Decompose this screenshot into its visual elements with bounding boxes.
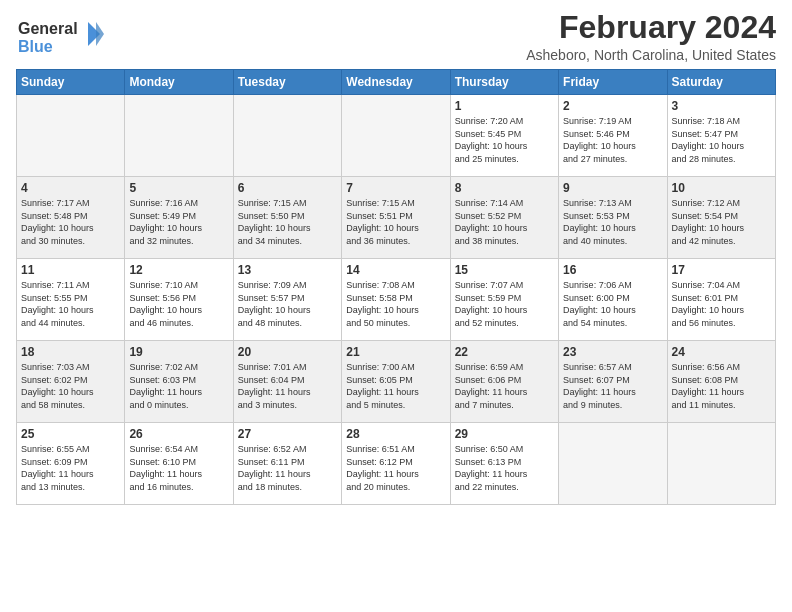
table-row: 18Sunrise: 7:03 AMSunset: 6:02 PMDayligh… <box>17 341 125 423</box>
calendar-week-row: 11Sunrise: 7:11 AMSunset: 5:55 PMDayligh… <box>17 259 776 341</box>
day-number: 1 <box>455 99 554 113</box>
table-row: 19Sunrise: 7:02 AMSunset: 6:03 PMDayligh… <box>125 341 233 423</box>
table-row <box>17 95 125 177</box>
day-info: Sunrise: 7:19 AMSunset: 5:46 PMDaylight:… <box>563 115 662 165</box>
table-row: 15Sunrise: 7:07 AMSunset: 5:59 PMDayligh… <box>450 259 558 341</box>
day-number: 26 <box>129 427 228 441</box>
day-info: Sunrise: 6:56 AMSunset: 6:08 PMDaylight:… <box>672 361 771 411</box>
day-info: Sunrise: 7:01 AMSunset: 6:04 PMDaylight:… <box>238 361 337 411</box>
day-number: 8 <box>455 181 554 195</box>
day-info: Sunrise: 6:50 AMSunset: 6:13 PMDaylight:… <box>455 443 554 493</box>
table-row: 16Sunrise: 7:06 AMSunset: 6:00 PMDayligh… <box>559 259 667 341</box>
logo: General Blue <box>16 14 106 60</box>
day-number: 6 <box>238 181 337 195</box>
day-number: 11 <box>21 263 120 277</box>
logo-text: General Blue <box>16 14 106 60</box>
day-number: 21 <box>346 345 445 359</box>
header: General Blue February 2024 Asheboro, Nor… <box>16 10 776 63</box>
calendar-header-row: Sunday Monday Tuesday Wednesday Thursday… <box>17 70 776 95</box>
calendar-table: Sunday Monday Tuesday Wednesday Thursday… <box>16 69 776 505</box>
svg-text:Blue: Blue <box>18 38 53 55</box>
day-number: 15 <box>455 263 554 277</box>
table-row: 13Sunrise: 7:09 AMSunset: 5:57 PMDayligh… <box>233 259 341 341</box>
col-tuesday: Tuesday <box>233 70 341 95</box>
day-number: 14 <box>346 263 445 277</box>
table-row: 3Sunrise: 7:18 AMSunset: 5:47 PMDaylight… <box>667 95 775 177</box>
day-info: Sunrise: 7:07 AMSunset: 5:59 PMDaylight:… <box>455 279 554 329</box>
col-friday: Friday <box>559 70 667 95</box>
table-row: 20Sunrise: 7:01 AMSunset: 6:04 PMDayligh… <box>233 341 341 423</box>
day-number: 3 <box>672 99 771 113</box>
table-row: 9Sunrise: 7:13 AMSunset: 5:53 PMDaylight… <box>559 177 667 259</box>
day-info: Sunrise: 7:11 AMSunset: 5:55 PMDaylight:… <box>21 279 120 329</box>
table-row <box>233 95 341 177</box>
day-number: 22 <box>455 345 554 359</box>
day-info: Sunrise: 7:14 AMSunset: 5:52 PMDaylight:… <box>455 197 554 247</box>
day-number: 4 <box>21 181 120 195</box>
page: General Blue February 2024 Asheboro, Nor… <box>0 0 792 612</box>
calendar-week-row: 4Sunrise: 7:17 AMSunset: 5:48 PMDaylight… <box>17 177 776 259</box>
day-info: Sunrise: 6:51 AMSunset: 6:12 PMDaylight:… <box>346 443 445 493</box>
day-number: 25 <box>21 427 120 441</box>
table-row: 24Sunrise: 6:56 AMSunset: 6:08 PMDayligh… <box>667 341 775 423</box>
col-sunday: Sunday <box>17 70 125 95</box>
svg-text:General: General <box>18 20 78 37</box>
calendar-week-row: 18Sunrise: 7:03 AMSunset: 6:02 PMDayligh… <box>17 341 776 423</box>
day-number: 12 <box>129 263 228 277</box>
day-info: Sunrise: 6:57 AMSunset: 6:07 PMDaylight:… <box>563 361 662 411</box>
table-row: 22Sunrise: 6:59 AMSunset: 6:06 PMDayligh… <box>450 341 558 423</box>
day-info: Sunrise: 6:52 AMSunset: 6:11 PMDaylight:… <box>238 443 337 493</box>
day-number: 13 <box>238 263 337 277</box>
day-number: 27 <box>238 427 337 441</box>
day-number: 5 <box>129 181 228 195</box>
day-number: 23 <box>563 345 662 359</box>
day-number: 24 <box>672 345 771 359</box>
day-number: 9 <box>563 181 662 195</box>
table-row <box>342 95 450 177</box>
day-info: Sunrise: 7:13 AMSunset: 5:53 PMDaylight:… <box>563 197 662 247</box>
table-row: 4Sunrise: 7:17 AMSunset: 5:48 PMDaylight… <box>17 177 125 259</box>
day-number: 7 <box>346 181 445 195</box>
day-info: Sunrise: 7:00 AMSunset: 6:05 PMDaylight:… <box>346 361 445 411</box>
day-number: 18 <box>21 345 120 359</box>
table-row: 25Sunrise: 6:55 AMSunset: 6:09 PMDayligh… <box>17 423 125 505</box>
day-number: 20 <box>238 345 337 359</box>
day-info: Sunrise: 7:16 AMSunset: 5:49 PMDaylight:… <box>129 197 228 247</box>
day-info: Sunrise: 7:03 AMSunset: 6:02 PMDaylight:… <box>21 361 120 411</box>
table-row: 12Sunrise: 7:10 AMSunset: 5:56 PMDayligh… <box>125 259 233 341</box>
day-number: 29 <box>455 427 554 441</box>
table-row: 10Sunrise: 7:12 AMSunset: 5:54 PMDayligh… <box>667 177 775 259</box>
table-row: 14Sunrise: 7:08 AMSunset: 5:58 PMDayligh… <box>342 259 450 341</box>
table-row: 7Sunrise: 7:15 AMSunset: 5:51 PMDaylight… <box>342 177 450 259</box>
day-info: Sunrise: 6:55 AMSunset: 6:09 PMDaylight:… <box>21 443 120 493</box>
day-info: Sunrise: 7:12 AMSunset: 5:54 PMDaylight:… <box>672 197 771 247</box>
day-number: 28 <box>346 427 445 441</box>
table-row: 28Sunrise: 6:51 AMSunset: 6:12 PMDayligh… <box>342 423 450 505</box>
col-monday: Monday <box>125 70 233 95</box>
table-row <box>125 95 233 177</box>
day-number: 10 <box>672 181 771 195</box>
table-row: 8Sunrise: 7:14 AMSunset: 5:52 PMDaylight… <box>450 177 558 259</box>
day-info: Sunrise: 7:06 AMSunset: 6:00 PMDaylight:… <box>563 279 662 329</box>
day-info: Sunrise: 7:04 AMSunset: 6:01 PMDaylight:… <box>672 279 771 329</box>
calendar-week-row: 25Sunrise: 6:55 AMSunset: 6:09 PMDayligh… <box>17 423 776 505</box>
table-row: 1Sunrise: 7:20 AMSunset: 5:45 PMDaylight… <box>450 95 558 177</box>
table-row: 6Sunrise: 7:15 AMSunset: 5:50 PMDaylight… <box>233 177 341 259</box>
day-number: 2 <box>563 99 662 113</box>
day-info: Sunrise: 7:02 AMSunset: 6:03 PMDaylight:… <box>129 361 228 411</box>
day-info: Sunrise: 7:09 AMSunset: 5:57 PMDaylight:… <box>238 279 337 329</box>
table-row: 23Sunrise: 6:57 AMSunset: 6:07 PMDayligh… <box>559 341 667 423</box>
table-row: 26Sunrise: 6:54 AMSunset: 6:10 PMDayligh… <box>125 423 233 505</box>
svg-marker-3 <box>96 22 104 46</box>
day-info: Sunrise: 7:08 AMSunset: 5:58 PMDaylight:… <box>346 279 445 329</box>
day-info: Sunrise: 6:54 AMSunset: 6:10 PMDaylight:… <box>129 443 228 493</box>
day-info: Sunrise: 7:15 AMSunset: 5:51 PMDaylight:… <box>346 197 445 247</box>
day-info: Sunrise: 7:15 AMSunset: 5:50 PMDaylight:… <box>238 197 337 247</box>
day-info: Sunrise: 7:17 AMSunset: 5:48 PMDaylight:… <box>21 197 120 247</box>
day-info: Sunrise: 6:59 AMSunset: 6:06 PMDaylight:… <box>455 361 554 411</box>
location: Asheboro, North Carolina, United States <box>526 47 776 63</box>
table-row: 2Sunrise: 7:19 AMSunset: 5:46 PMDaylight… <box>559 95 667 177</box>
day-number: 17 <box>672 263 771 277</box>
day-number: 16 <box>563 263 662 277</box>
table-row: 21Sunrise: 7:00 AMSunset: 6:05 PMDayligh… <box>342 341 450 423</box>
